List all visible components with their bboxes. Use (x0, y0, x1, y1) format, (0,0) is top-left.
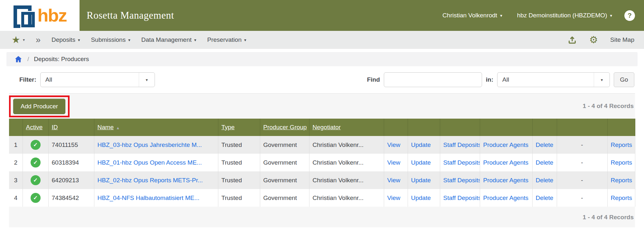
id-cell: 60318394 (48, 154, 94, 171)
delete-link[interactable]: Delete (536, 194, 554, 201)
view-cell: View (384, 136, 408, 154)
producers-table: Active ID Name▲ Type Producer Group Nego… (9, 119, 635, 207)
delete-link[interactable]: Delete (536, 159, 554, 166)
site-map-link[interactable]: Site Map (610, 36, 634, 43)
update-link[interactable]: Update (411, 159, 431, 166)
in-select[interactable]: All ▾ (497, 72, 610, 87)
active-check-icon: ✓ (31, 140, 41, 150)
header-negotiator[interactable]: Negotiator (309, 119, 384, 136)
find-label: Find (367, 76, 380, 83)
reports-link[interactable]: Reports (611, 159, 632, 166)
producer-group-cell: Government (260, 189, 309, 207)
help-button[interactable]: ? (624, 10, 635, 21)
hbz-logo[interactable]: hbz (0, 0, 80, 31)
producer-agents-link[interactable]: Producer Agents (483, 159, 528, 166)
producer-agents-link[interactable]: Producer Agents (483, 141, 528, 148)
active-check-icon: ✓ (31, 158, 41, 167)
filter-bar: Filter: All ▾ Find in: All ▾ Go (0, 66, 644, 93)
expand-menus-button[interactable]: » (36, 36, 41, 44)
type-cell: Trusted (218, 189, 260, 207)
header-id[interactable]: ID (48, 119, 94, 136)
header-reports (607, 119, 635, 136)
update-link[interactable]: Update (411, 177, 431, 184)
find-input[interactable] (384, 72, 482, 87)
settings-button[interactable]: ⚙ (589, 35, 598, 45)
institution-menu[interactable]: hbz Demoinstitution (HBZDEMO) ▾ (517, 12, 612, 19)
id-cell: 74384542 (48, 189, 94, 207)
menu-data-management[interactable]: Data Management ▾ (141, 36, 196, 43)
name-cell: HBZ_03-hbz Opus Jahresberichte M... (94, 136, 218, 154)
reports-link[interactable]: Reports (611, 177, 632, 184)
header-producer-agents (480, 119, 532, 136)
delete-cell: Delete (532, 136, 557, 154)
gear-icon: ⚙ (589, 35, 598, 45)
active-check-icon: ✓ (31, 193, 41, 203)
producer-name-link[interactable]: HBZ_04-NFS Halbautomatisiert ME... (98, 194, 200, 201)
producer-agents-link[interactable]: Producer Agents (483, 194, 528, 201)
header-producer-group[interactable]: Producer Group (260, 119, 309, 136)
update-link[interactable]: Update (411, 141, 431, 148)
type-cell: Trusted (218, 171, 260, 189)
chevron-down-icon: ▾ (23, 38, 25, 42)
menu-preservation[interactable]: Preservation ▾ (207, 36, 246, 43)
delete-cell: Delete (532, 189, 557, 207)
institution-menu-label: hbz Demoinstitution (HBZDEMO) (517, 12, 607, 19)
producer-name-link[interactable]: HBZ_03-hbz Opus Jahresberichte M... (98, 141, 202, 148)
table-row: 4 ✓ 74384542 HBZ_04-NFS Halbautomatisier… (9, 189, 635, 207)
hbz-logo-text: hbz (37, 6, 66, 24)
producer-agents-cell: Producer Agents (480, 171, 532, 189)
producers-panel: Add Producer 1 - 4 of 4 Records Active I… (9, 93, 635, 227)
negotiator-cell: Christian Volkenr... (309, 136, 384, 154)
menu-preservation-label: Preservation (207, 36, 242, 43)
table-row: 2 ✓ 60318394 HBZ_01-hbz Opus Open Access… (9, 154, 635, 171)
delete-link[interactable]: Delete (536, 141, 554, 148)
menu-submissions[interactable]: Submissions ▾ (91, 36, 130, 43)
submit-job-button[interactable] (567, 35, 577, 45)
view-link[interactable]: View (387, 194, 401, 201)
delete-link[interactable]: Delete (536, 177, 554, 184)
add-producer-button[interactable]: Add Producer (13, 99, 65, 114)
header-name[interactable]: Name▲ (94, 119, 218, 136)
go-button[interactable]: Go (614, 72, 634, 87)
view-link[interactable]: View (387, 177, 401, 184)
dash-cell: - (557, 154, 607, 171)
home-link[interactable] (14, 55, 23, 63)
row-number: 2 (9, 154, 23, 171)
update-link[interactable]: Update (411, 194, 431, 201)
filter-select[interactable]: All ▾ (40, 72, 155, 87)
home-icon (14, 55, 23, 63)
name-cell: HBZ_02-hbz Opus Reports METS-Pr... (94, 171, 218, 189)
staff-deposits-cell: Staff Deposits (440, 136, 480, 154)
menu-deposits[interactable]: Deposits ▾ (52, 36, 80, 43)
header-row-number (9, 119, 23, 136)
header-active[interactable]: Active (23, 119, 48, 136)
row-number: 1 (9, 136, 23, 154)
user-menu[interactable]: Christian Volkenrodt ▾ (442, 12, 502, 19)
staff-deposits-link[interactable]: Staff Deposits (443, 194, 480, 201)
negotiator-cell: Christian Volkenr... (309, 189, 384, 207)
type-cell: Trusted (218, 154, 260, 171)
producer-agents-cell: Producer Agents (480, 154, 532, 171)
producer-name-link[interactable]: HBZ_02-hbz Opus Reports METS-Pr... (98, 177, 203, 184)
producer-agents-link[interactable]: Producer Agents (483, 177, 528, 184)
staff-deposits-link[interactable]: Staff Deposits (443, 141, 480, 148)
view-link[interactable]: View (387, 141, 401, 148)
reports-cell: Reports (607, 189, 635, 207)
update-cell: Update (408, 154, 440, 171)
header-type[interactable]: Type (218, 119, 260, 136)
staff-deposits-cell: Staff Deposits (440, 171, 480, 189)
reports-cell: Reports (607, 136, 635, 154)
negotiator-cell: Christian Volkenr... (309, 154, 384, 171)
staff-deposits-link[interactable]: Staff Deposits (443, 177, 480, 184)
favorites-menu[interactable]: ★ ▾ (12, 35, 25, 45)
header-dash (557, 119, 607, 136)
reports-link[interactable]: Reports (611, 141, 632, 148)
delete-cell: Delete (532, 171, 557, 189)
view-link[interactable]: View (387, 159, 401, 166)
star-icon: ★ (12, 35, 20, 45)
table-toolbar: Add Producer 1 - 4 of 4 Records (9, 94, 635, 119)
dash-cell: - (557, 171, 607, 189)
reports-link[interactable]: Reports (611, 194, 632, 201)
staff-deposits-link[interactable]: Staff Deposits (443, 159, 480, 166)
producer-name-link[interactable]: HBZ_01-hbz Opus Open Access ME... (98, 159, 202, 166)
